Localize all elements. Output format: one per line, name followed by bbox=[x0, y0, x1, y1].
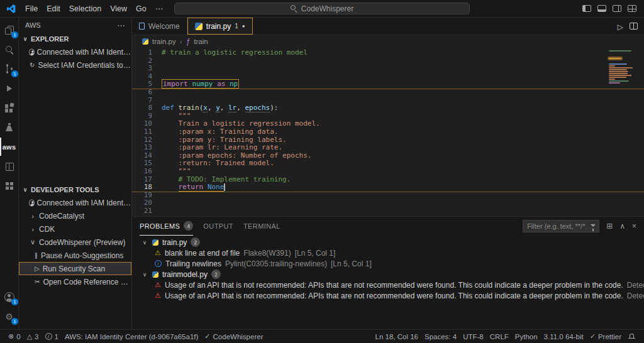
code-line-3[interactable] bbox=[162, 65, 644, 73]
maximize-panel-icon[interactable]: ∧ bbox=[619, 222, 625, 231]
panel-tab-label: OUTPUT bbox=[203, 222, 233, 230]
sidebar-item-pause-auto-suggestions[interactable]: ∥Pause Auto-Suggestions bbox=[19, 249, 131, 262]
line-number[interactable]: 21 bbox=[132, 207, 152, 215]
activity-accounts[interactable]: 1 bbox=[0, 288, 18, 306]
code-line-15[interactable]: :return: Trained model. bbox=[162, 160, 644, 168]
toggle-secondary-sidebar-icon[interactable] bbox=[613, 5, 621, 12]
menu-edit[interactable]: Edit bbox=[42, 4, 65, 13]
activity-explorer[interactable]: 1 bbox=[0, 21, 18, 39]
status-problems-warnings[interactable]: △3 bbox=[24, 332, 42, 340]
search-icon bbox=[291, 5, 297, 12]
line-number[interactable]: 8 bbox=[132, 104, 152, 112]
sidebar-item-run-security-scan[interactable]: ▷Run Security Scan bbox=[19, 262, 131, 275]
sidebar-item-connected-with-iam-identity-ce[interactable]: Connected with IAM Identity Center... bbox=[19, 45, 131, 58]
code-line-20[interactable] bbox=[162, 199, 644, 207]
line-number[interactable]: 16 bbox=[132, 168, 152, 176]
code-editor[interactable]: 123456789101112131415161718192021 # trai… bbox=[132, 48, 644, 216]
status-python-interpreter[interactable]: 3.11.0 64-bit bbox=[541, 333, 587, 340]
status-problems-infos[interactable]: i1 bbox=[42, 333, 62, 340]
close-panel-icon[interactable]: × bbox=[632, 222, 636, 231]
status-codewhisperer[interactable]: ✓CodeWhisperer bbox=[201, 332, 266, 340]
split-editor-button[interactable] bbox=[630, 23, 638, 30]
section-header[interactable]: ∨DEVELOPER TOOLS bbox=[19, 183, 131, 196]
code-line-21[interactable] bbox=[162, 207, 644, 215]
activity-run-and-debug[interactable] bbox=[0, 79, 18, 97]
breadcrumb-item[interactable]: train.py bbox=[152, 38, 176, 45]
code-line-19[interactable] bbox=[162, 192, 644, 200]
activity-containers[interactable] bbox=[0, 177, 18, 195]
problem-item[interactable]: ⚠blank line at end of fileFlake8(W391)[L… bbox=[132, 248, 644, 258]
activity-aws[interactable]: aws bbox=[0, 138, 18, 156]
status-cursor-position[interactable]: Ln 18, Col 16 bbox=[372, 333, 421, 340]
line-number[interactable]: 18 bbox=[132, 183, 152, 192]
sidebar-title: AWS bbox=[25, 21, 41, 29]
problem-item[interactable]: ⚠Usage of an API that is not recommended… bbox=[132, 280, 644, 290]
minimap-line bbox=[609, 82, 620, 84]
toggle-primary-sidebar-icon[interactable] bbox=[582, 5, 591, 12]
minimap[interactable] bbox=[609, 50, 638, 89]
status-eol[interactable]: CRLF bbox=[487, 333, 512, 340]
sidebar-item-select-iam-credentials-to-view[interactable]: ↻Select IAM Credentials to View Reso... bbox=[19, 58, 131, 72]
status-language-mode[interactable]: Python bbox=[512, 333, 541, 340]
modified-dot-icon[interactable]: ● bbox=[242, 23, 245, 29]
status-prettier[interactable]: ✓Prettier bbox=[587, 332, 625, 340]
line-number[interactable]: 13 bbox=[132, 144, 152, 152]
menu-go[interactable]: Go bbox=[131, 4, 151, 13]
code-line-17[interactable]: # TODO: Implement training. bbox=[162, 176, 644, 184]
section-header[interactable]: ∨EXPLORER bbox=[19, 33, 131, 45]
panel-tab-terminal[interactable]: TERMINAL bbox=[243, 217, 280, 236]
status-problems-errors[interactable]: ⊗0 bbox=[5, 332, 24, 340]
code-line-5[interactable]: import numpy as np bbox=[162, 80, 644, 89]
panel-tab-output[interactable]: OUTPUT bbox=[203, 217, 233, 236]
status-indentation[interactable]: Spaces: 4 bbox=[421, 333, 460, 340]
toggle-panel-icon[interactable] bbox=[597, 5, 606, 12]
line-number[interactable]: 6 bbox=[132, 89, 152, 97]
line-number[interactable]: 11 bbox=[132, 128, 152, 136]
customize-layout-icon[interactable] bbox=[628, 5, 636, 12]
code-token: import bbox=[163, 80, 188, 88]
code-line-8[interactable]: def train(x, y, lr, epochs): bbox=[162, 104, 644, 112]
sidebar-item-codecatalyst[interactable]: ›CodeCatalyst bbox=[19, 209, 131, 222]
problem-group-train.py[interactable]: ∨train.py2 bbox=[132, 237, 644, 248]
menu-file[interactable]: File bbox=[21, 4, 42, 13]
activity-search[interactable] bbox=[0, 40, 18, 58]
sidebar-item-connected-with-iam-identity-ce[interactable]: Connected with IAM Identity Center... bbox=[19, 196, 131, 209]
menu-view[interactable]: View bbox=[106, 4, 131, 13]
tab-train-py[interactable]: train.py1● bbox=[187, 18, 253, 35]
line-number[interactable]: 3 bbox=[132, 65, 152, 73]
activity-extensions[interactable] bbox=[0, 99, 18, 117]
status-label: Ln 18, Col 16 bbox=[375, 333, 418, 340]
status-encoding[interactable]: UTF-8 bbox=[460, 333, 487, 340]
tab-welcome[interactable]: Welcome bbox=[132, 18, 187, 35]
sidebar-item-open-code-reference-log[interactable]: ✂Open Code Reference Log bbox=[19, 275, 131, 288]
menu-selection[interactable]: Selection bbox=[65, 4, 106, 13]
code-line-2[interactable] bbox=[162, 57, 644, 65]
status-notifications[interactable] bbox=[625, 332, 639, 340]
line-number[interactable]: 20 bbox=[132, 199, 152, 207]
code-line-6[interactable] bbox=[162, 89, 644, 97]
line-number[interactable]: 1 bbox=[132, 49, 152, 57]
activity-settings[interactable]: ⚙1 bbox=[0, 307, 18, 325]
sidebar-item-codewhisperer-preview-[interactable]: ∨CodeWhisperer (Preview) bbox=[19, 236, 131, 249]
command-center-search[interactable]: CodeWhisperer bbox=[174, 3, 470, 14]
code-line-1[interactable]: # train a logistic regression model bbox=[162, 49, 644, 57]
more-actions-icon[interactable]: ⋯ bbox=[117, 21, 125, 30]
problem-item[interactable]: ⚠Usage of an API that is not recommended… bbox=[132, 290, 644, 301]
code-token: np bbox=[230, 80, 238, 88]
problem-item[interactable]: iTrailing newlinesPylint(C0305:trailing-… bbox=[132, 258, 644, 269]
breadcrumb-item[interactable]: train bbox=[194, 38, 208, 45]
problems-filter-input[interactable] bbox=[523, 220, 599, 232]
panel-tab-problems[interactable]: PROBLEMS4 bbox=[140, 217, 193, 236]
menu-more[interactable]: ⋯ bbox=[151, 4, 168, 13]
open-in-editor-icon[interactable]: ⊞ bbox=[606, 222, 613, 231]
activity-aws-docs[interactable] bbox=[0, 157, 18, 175]
status-aws-connection[interactable]: AWS: IAM Identity Center (d-9067a65a1f) bbox=[62, 333, 201, 340]
problem-source: Pylint(C0305:trailing-newlines) bbox=[225, 259, 327, 268]
sidebar-item-cdk[interactable]: ›CDK bbox=[19, 222, 131, 236]
activity-source-control[interactable]: 1 bbox=[0, 60, 18, 78]
run-python-file-button[interactable]: ▷ bbox=[618, 21, 623, 32]
activity-testing[interactable] bbox=[0, 118, 18, 136]
problem-group-trainmodel.py[interactable]: ∨trainmodel.py2 bbox=[132, 269, 644, 280]
activity-bar: 11aws 1⚙1 bbox=[0, 18, 19, 329]
code-line-18[interactable]: return None bbox=[162, 183, 644, 192]
